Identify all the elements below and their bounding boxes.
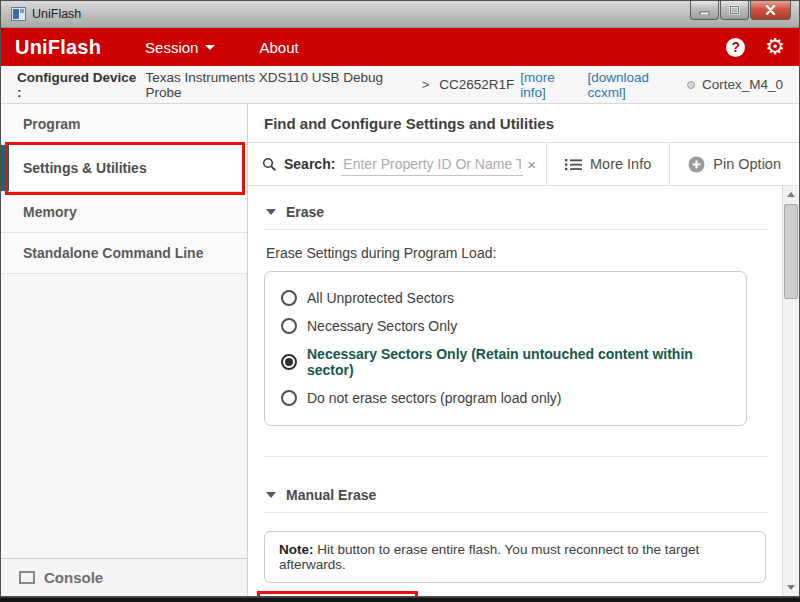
section-divider — [264, 229, 768, 230]
uniflash-window: UniFlash UniFlash Session About — [0, 0, 800, 597]
menu-about-label: About — [259, 39, 298, 56]
maximize-button[interactable] — [720, 1, 749, 20]
manual-erase-section-title: Manual Erase — [286, 487, 376, 503]
device-name: Texas Instruments XDS110 USB Debug Probe — [145, 70, 411, 100]
radio-icon — [281, 318, 297, 334]
console-toggle[interactable]: Console — [1, 558, 247, 596]
clear-search-icon[interactable]: × — [523, 156, 546, 173]
section-separator — [264, 456, 768, 457]
radio-icon — [281, 390, 297, 406]
breadcrumb-chevron: > — [422, 77, 430, 92]
erase-section-header[interactable]: Erase — [264, 202, 768, 229]
manual-erase-note: Note: Hit button to erase entire flash. … — [264, 531, 766, 583]
console-label: Console — [44, 569, 103, 586]
scroll-down-icon — [787, 585, 795, 590]
close-button[interactable] — [750, 1, 791, 20]
breadcrumb: Configured Device : Texas Instruments XD… — [1, 66, 799, 104]
list-icon — [565, 158, 582, 171]
taskbar-edge — [0, 597, 800, 602]
window-title: UniFlash — [32, 7, 81, 21]
sidebar-item-program[interactable]: Program — [1, 104, 247, 145]
search-zone: Search: × — [248, 143, 546, 185]
scroll-down-button[interactable] — [783, 579, 799, 596]
scrollbar-thumb[interactable] — [784, 204, 798, 299]
configured-device-label: Configured Device : — [17, 70, 139, 100]
more-info-label: More Info — [590, 156, 651, 172]
selected-accent-bar — [1, 145, 9, 191]
scroll-up-button[interactable] — [783, 186, 799, 203]
menubar-right: ? ⚙ — [726, 36, 785, 58]
sidebar-item-standalone-command-line[interactable]: Standalone Command Line — [1, 233, 247, 274]
radio-selected-icon — [281, 354, 297, 370]
sidebar-item-label: Program — [23, 116, 81, 132]
search-label: Search: — [284, 156, 335, 172]
more-info-button[interactable]: More Info — [546, 143, 669, 185]
toolbar: Search: × More Info — [248, 143, 799, 186]
more-info-link[interactable]: [more info] — [520, 70, 581, 100]
sidebar-item-settings-utilities[interactable]: Settings & Utilities — [1, 145, 247, 192]
app-menubar: UniFlash Session About ? ⚙ — [1, 28, 799, 66]
radio-icon — [281, 290, 297, 306]
radio-label: All Unprotected Sectors — [307, 290, 454, 306]
menu-session[interactable]: Session — [145, 39, 215, 56]
collapse-triangle-icon — [266, 492, 276, 498]
section-divider — [264, 512, 768, 513]
console-icon — [19, 571, 35, 584]
menu-about[interactable]: About — [259, 39, 298, 56]
sidebar-item-label: Settings & Utilities — [23, 160, 147, 176]
menu-session-label: Session — [145, 39, 198, 56]
erase-group-label: Erase Settings during Program Load: — [266, 245, 768, 261]
sidebar-item-label: Standalone Command Line — [23, 245, 203, 261]
scroll-up-icon — [787, 192, 795, 197]
gear-icon[interactable]: ⚙ — [765, 36, 785, 58]
app-icon — [11, 7, 26, 21]
search-icon — [262, 157, 277, 172]
radio-do-not-erase[interactable]: Do not erase sectors (program load only) — [281, 384, 732, 412]
window-titlebar[interactable]: UniFlash — [1, 1, 799, 28]
manual-erase-section-header[interactable]: Manual Erase — [264, 485, 768, 512]
radio-necessary-sectors-only[interactable]: Necessary Sectors Only — [281, 312, 732, 340]
erase-section-title: Erase — [286, 204, 324, 220]
window-controls — [689, 1, 791, 20]
core-status-dot-icon — [687, 81, 695, 89]
vertical-scrollbar[interactable] — [782, 186, 799, 596]
scrollbar-track[interactable] — [783, 203, 799, 579]
sidebar-item-label: Memory — [23, 204, 77, 220]
screenshot-root: UniFlash UniFlash Session About — [0, 0, 800, 602]
radio-all-unprotected-sectors[interactable]: All Unprotected Sectors — [281, 284, 732, 312]
erase-options-group: All Unprotected Sectors Necessary Sector… — [264, 271, 747, 426]
help-icon[interactable]: ? — [726, 38, 745, 57]
main-content: Find and Configure Settings and Utilitie… — [248, 104, 799, 596]
pin-option-label: Pin Option — [713, 156, 781, 172]
plus-circle-icon — [688, 156, 705, 173]
radio-label: Do not erase sectors (program load only) — [307, 390, 561, 406]
radio-necessary-sectors-retain[interactable]: Necessary Sectors Only (Retain untouched… — [281, 340, 732, 384]
download-ccxml-link[interactable]: [download ccxml] — [588, 70, 687, 100]
scroll-area: Erase Erase Settings during Program Load… — [248, 186, 799, 596]
note-label: Note: — [279, 542, 314, 557]
core-indicator: Cortex_M4_0 — [687, 77, 783, 92]
app-brand: UniFlash — [15, 36, 101, 59]
collapse-triangle-icon — [266, 209, 276, 215]
radio-label: Necessary Sectors Only — [307, 318, 457, 334]
pin-option-button[interactable]: Pin Option — [669, 143, 799, 185]
core-name: Cortex_M4_0 — [702, 77, 783, 92]
annotation-highlight — [257, 591, 418, 596]
search-input[interactable] — [341, 153, 523, 176]
settings-panel: Erase Erase Settings during Program Load… — [248, 186, 782, 596]
page-title: Find and Configure Settings and Utilitie… — [248, 104, 799, 143]
sidebar: Program Settings & Utilities Memory Stan… — [1, 104, 248, 596]
sidebar-empty-area — [1, 274, 247, 558]
radio-label: Necessary Sectors Only (Retain untouched… — [307, 346, 732, 378]
device-chip: CC2652R1F — [439, 77, 514, 92]
chevron-down-icon — [205, 45, 215, 50]
note-text: Hit button to erase entire flash. You mu… — [279, 542, 699, 572]
sidebar-item-memory[interactable]: Memory — [1, 192, 247, 233]
minimize-button[interactable] — [690, 1, 719, 20]
